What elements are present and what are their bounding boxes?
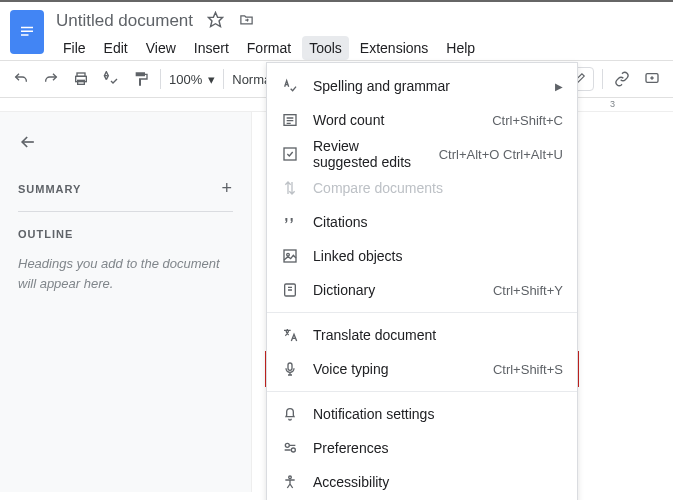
menu-item-label: Preferences [313,440,563,456]
bell-icon [281,406,299,422]
menu-tools[interactable]: Tools [302,36,349,60]
svg-marker-3 [208,12,222,26]
star-icon[interactable] [207,11,224,32]
svg-rect-13 [288,363,292,370]
tools-item-review-suggested-edits[interactable]: Review suggested editsCtrl+Alt+O Ctrl+Al… [267,137,577,171]
menu-help[interactable]: Help [439,36,482,60]
print-icon[interactable] [70,68,92,90]
wordcount-icon [281,112,299,128]
svg-rect-0 [21,27,33,29]
svg-rect-6 [78,80,85,84]
prefs-icon [281,440,299,456]
tools-item-spelling-and-grammar[interactable]: Spelling and grammar▶ [267,69,577,103]
compare-icon [281,180,299,196]
review-icon [281,146,299,162]
tools-item-compare-documents: Compare documents [267,171,577,205]
docs-logo[interactable] [10,10,44,54]
spellcheck-icon [281,78,299,94]
tools-item-voice-typing[interactable]: Voice typingCtrl+Shift+S [267,352,577,386]
accessibility-icon [281,474,299,490]
menu-item-shortcut: Ctrl+Shift+S [493,362,563,377]
zoom-selector[interactable]: 100% ▾ [169,72,215,87]
menu-format[interactable]: Format [240,36,298,60]
tools-item-accessibility[interactable]: Accessibility [267,465,577,499]
link-icon[interactable] [611,68,633,90]
menu-item-label: Compare documents [313,180,563,196]
tools-item-translate-document[interactable]: Translate document [267,318,577,352]
menu-edit[interactable]: Edit [97,36,135,60]
outline-heading: OUTLINE [18,228,233,240]
undo-icon[interactable] [10,68,32,90]
outline-sidebar: SUMMARY + OUTLINE Headings you add to th… [0,112,252,492]
tools-item-notification-settings[interactable]: Notification settings [267,397,577,431]
voice-icon [281,361,299,377]
menu-item-label: Accessibility [313,474,563,490]
svg-point-14 [285,443,289,447]
citations-icon [281,214,299,230]
menu-item-label: Word count [313,112,478,128]
menu-item-label: Review suggested edits [313,138,425,170]
tools-item-dictionary[interactable]: DictionaryCtrl+Shift+Y [267,273,577,307]
redo-icon[interactable] [40,68,62,90]
menu-item-label: Dictionary [313,282,479,298]
tools-item-preferences[interactable]: Preferences [267,431,577,465]
document-title[interactable]: Untitled document [56,11,193,31]
paint-format-icon[interactable] [130,68,152,90]
menu-item-shortcut: Ctrl+Shift+C [492,113,563,128]
menu-item-label: Linked objects [313,248,563,264]
menu-item-label: Citations [313,214,563,230]
menu-item-label: Notification settings [313,406,563,422]
tools-item-linked-objects[interactable]: Linked objects [267,239,577,273]
svg-point-15 [291,448,295,452]
svg-point-16 [289,476,292,479]
dictionary-icon [281,282,299,298]
submenu-arrow-icon: ▶ [555,81,563,92]
move-to-folder-icon[interactable] [238,12,255,31]
menu-view[interactable]: View [139,36,183,60]
summary-heading: SUMMARY [18,183,81,195]
menu-separator [267,391,577,392]
tools-menu: Spelling and grammar▶Word countCtrl+Shif… [266,62,578,500]
menu-separator [267,312,577,313]
menu-item-shortcut: Ctrl+Shift+Y [493,283,563,298]
menu-item-label: Spelling and grammar [313,78,541,94]
add-comment-icon[interactable] [641,68,663,90]
svg-point-11 [287,253,290,256]
linked-icon [281,248,299,264]
sidebar-back-button[interactable] [18,132,233,156]
menubar: FileEditViewInsertFormatToolsExtensionsH… [56,36,663,60]
menu-item-label: Translate document [313,327,563,343]
translate-icon [281,327,299,343]
tools-item-citations[interactable]: Citations [267,205,577,239]
add-summary-button[interactable]: + [221,178,233,199]
spellcheck-icon[interactable] [100,68,122,90]
menu-extensions[interactable]: Extensions [353,36,435,60]
menu-file[interactable]: File [56,36,93,60]
tools-item-word-count[interactable]: Word countCtrl+Shift+C [267,103,577,137]
menu-item-shortcut: Ctrl+Alt+O Ctrl+Alt+U [439,147,563,162]
outline-placeholder: Headings you add to the document will ap… [18,254,233,293]
svg-rect-2 [21,34,29,36]
menu-item-label: Voice typing [313,361,479,377]
svg-rect-9 [284,148,296,160]
dropdown-arrow-icon: ▾ [208,72,215,87]
svg-rect-1 [21,31,33,33]
menu-insert[interactable]: Insert [187,36,236,60]
